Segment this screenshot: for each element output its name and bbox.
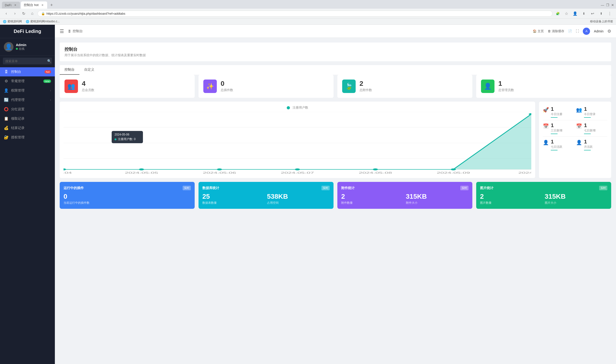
bc-sub1-attachment: 附件数量 bbox=[341, 201, 404, 205]
sidebar-item-auth2[interactable]: 🔐 授权管理 bbox=[0, 133, 55, 142]
search-input-wrap[interactable]: 🔍 bbox=[3, 58, 52, 65]
stat-card-members: 👥 4 总会员数 bbox=[60, 75, 195, 98]
tab-console-close[interactable]: ✕ bbox=[41, 3, 44, 7]
sidebar-item-label-auth2: 授权管理 bbox=[11, 135, 51, 140]
aside-stat-row-1: 📅 1 三日新增 📅 1 七日新增 bbox=[543, 120, 607, 137]
aside-stat-row-0: 🚀 1 今日注册 👥 1 今日登录 bbox=[543, 104, 607, 120]
bottom-card-attachment: 附件统计 实时 2 附件数量 315KB 附 bbox=[337, 182, 472, 209]
status-text: 在线 bbox=[19, 47, 25, 51]
download-button[interactable]: ⬇ bbox=[580, 10, 587, 17]
tab-console[interactable]: 控制台 bbox=[60, 65, 79, 75]
bottom-card-plugins: 运行中的插件 实时 0 当前运行中的插件数 bbox=[60, 182, 195, 209]
restore-button[interactable]: ❐ bbox=[606, 3, 609, 7]
stats-row: 👥 4 总会员数 ✨ 0 总插件数 🍃 2 bbox=[60, 75, 611, 98]
7day-value: 1 bbox=[584, 123, 596, 128]
sidebar-item-label-settle: 结算记录 bbox=[11, 126, 51, 130]
sidebar-menu: 🎛 控制台 hot ⚙ 常规管理 new 👤 权限管理 › 🔄 代理管理 › bbox=[0, 66, 55, 364]
bc-val2-db-val: 538KB bbox=[267, 193, 330, 200]
hamburger-button[interactable]: ☰ bbox=[60, 28, 64, 34]
bc-val2-attachment-val: 315KB bbox=[406, 193, 469, 200]
sidebar-item-dividend[interactable]: ⭕ 分红设置 bbox=[0, 104, 55, 114]
aside-stat-7day: 📅 1 七日新增 bbox=[576, 123, 607, 134]
menu-button[interactable]: ⋮ bbox=[606, 10, 613, 17]
month-active-icon: 👤 bbox=[576, 140, 582, 145]
bookmark-0[interactable]: 🌐 蜜桃源码网 bbox=[3, 19, 22, 24]
topbar-gear[interactable]: ⚙ bbox=[607, 29, 611, 34]
svg-point-12 bbox=[529, 113, 531, 115]
tab-custom[interactable]: 自定义 bbox=[79, 65, 99, 75]
sidebar-item-general[interactable]: ⚙ 常规管理 new bbox=[0, 76, 55, 86]
profile-button[interactable]: 👤 bbox=[572, 10, 578, 17]
app: DeFi Leding 👤 Admin 在线 🔍 🎛 bbox=[0, 25, 616, 364]
new-tab-button[interactable]: + bbox=[48, 2, 55, 8]
bottom-card-db: 数据库统计 实时 25 数据表数量 538KB bbox=[198, 182, 334, 209]
bc-title-db: 数据库统计 bbox=[202, 186, 219, 190]
stat-card-attachments: 🍃 2 总附件数 bbox=[337, 75, 472, 98]
bc-title-image: 图片统计 bbox=[480, 186, 493, 190]
bc-val1-db-val: 25 bbox=[202, 193, 265, 200]
sidebar-item-label-console: 控制台 bbox=[11, 70, 44, 74]
fullscreen-link[interactable]: ⛶ bbox=[576, 29, 579, 33]
bc-badge-image: 实时 bbox=[599, 186, 607, 190]
clear-cache-link[interactable]: 🗑 清除缓存 bbox=[548, 29, 564, 33]
minimize-button[interactable]: — bbox=[601, 3, 604, 7]
today-login-icon: 👥 bbox=[576, 107, 582, 113]
tab-defi-close[interactable]: ✕ bbox=[13, 3, 17, 7]
topbar-username[interactable]: Admin bbox=[594, 29, 603, 33]
search-menu: 🔍 bbox=[0, 56, 55, 66]
home-button[interactable]: ⌂ bbox=[29, 10, 36, 17]
bookmarks-bar: 🌐 蜜桃源码网 🌐 蜜桃源码网mitaobo.c... 移动设备上的书签 bbox=[0, 18, 616, 25]
search-input[interactable] bbox=[5, 59, 46, 63]
forward-button[interactable]: › bbox=[12, 10, 18, 17]
3day-icon: 📅 bbox=[543, 123, 549, 129]
proxy-icon: 🔄 bbox=[4, 98, 9, 102]
sidebar-item-claim[interactable]: 📋 领取记录 bbox=[0, 114, 55, 123]
home-link[interactable]: 🏠 主页 bbox=[533, 29, 544, 33]
svg-text:05-04: 05-04 bbox=[64, 171, 72, 174]
stat-value-members: 4 bbox=[82, 80, 94, 87]
console-icon: 🎛 bbox=[4, 70, 9, 74]
sidebar-item-proxy[interactable]: 🔄 代理管理 › bbox=[0, 95, 55, 104]
today-reg-value: 1 bbox=[551, 106, 562, 112]
bc-badge-attachment: 实时 bbox=[460, 186, 468, 190]
aside-stat-3day: 📅 1 三日新增 bbox=[543, 123, 574, 134]
history-back[interactable]: ↩ bbox=[589, 10, 596, 17]
stat-icon-plugins: ✨ bbox=[203, 79, 217, 93]
today-login-underline bbox=[584, 117, 591, 118]
auth-icon: 👤 bbox=[4, 88, 9, 93]
bc-sub1-db: 数据表数量 bbox=[202, 201, 265, 205]
month-active-value: 1 bbox=[584, 139, 593, 144]
sidebar-item-auth[interactable]: 👤 权限管理 › bbox=[0, 86, 55, 95]
back-button[interactable]: ‹ bbox=[3, 10, 10, 17]
proxy-arrow: › bbox=[50, 98, 51, 102]
svg-text:2024-05-: 2024-05- bbox=[518, 171, 531, 174]
reload-button[interactable]: ↻ bbox=[20, 10, 27, 17]
share-button[interactable]: ⬆ bbox=[598, 10, 604, 17]
search-icon: 🔍 bbox=[47, 59, 51, 63]
tab-defi-label: DeFi bbox=[5, 3, 11, 7]
bookmark-1[interactable]: 🌐 蜜桃源码网mitaobo.c... bbox=[26, 19, 60, 24]
sidebar: DeFi Leding 👤 Admin 在线 🔍 🎛 bbox=[0, 25, 55, 364]
sidebar-item-label-dividend: 分红设置 bbox=[11, 107, 51, 112]
tab-console[interactable]: 控制台 hot ✕ bbox=[21, 1, 47, 9]
tabs-nav: 控制台 自定义 bbox=[60, 65, 611, 75]
today-reg-icon: 🚀 bbox=[543, 107, 549, 113]
user-info: Admin 在线 bbox=[16, 43, 51, 51]
stat-label-admins: 总管理员数 bbox=[498, 88, 514, 92]
tool-link[interactable]: 📄 bbox=[568, 29, 572, 33]
sidebar-item-settle[interactable]: 💰 结算记录 bbox=[0, 123, 55, 133]
aside-stat-info-today-reg: 1 今日注册 bbox=[551, 106, 562, 118]
7day-active-label: 七日活跃 bbox=[551, 145, 562, 149]
bookmark-button[interactable]: ☆ bbox=[563, 10, 570, 17]
sidebar-item-console[interactable]: 🎛 控制台 hot bbox=[0, 67, 55, 76]
close-button[interactable]: ✕ bbox=[611, 3, 614, 7]
settle-icon: 💰 bbox=[4, 126, 9, 130]
address-input[interactable]: 🔒 https://3.zzxxb.cc/yuanzhijia.php/dash… bbox=[38, 11, 552, 17]
tab-defi[interactable]: DeFi ✕ bbox=[2, 2, 20, 8]
bc-val1-image: 2 图片数量 bbox=[480, 193, 543, 205]
topbar-right: 🏠 主页 🗑 清除缓存 📄 ⛶ A Admin ⚙ bbox=[533, 28, 611, 35]
mobile-bookmarks[interactable]: 移动设备上的书签 bbox=[590, 19, 613, 24]
extensions-button[interactable]: 🧩 bbox=[554, 10, 561, 17]
bc-values-image: 2 图片数量 315KB 图片大小 bbox=[480, 193, 607, 205]
today-reg-underline bbox=[551, 117, 558, 118]
